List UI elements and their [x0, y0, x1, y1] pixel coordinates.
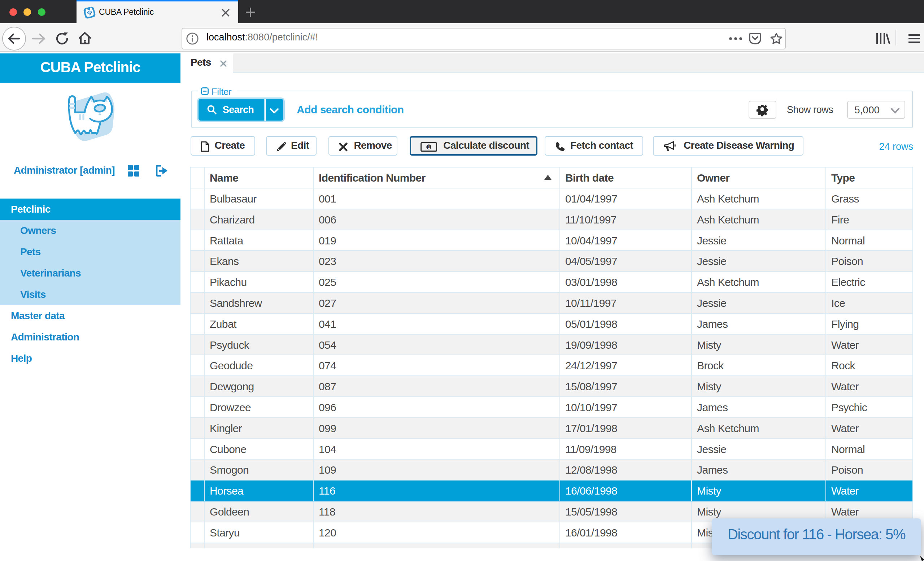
svg-text:1: 1: [428, 144, 430, 150]
